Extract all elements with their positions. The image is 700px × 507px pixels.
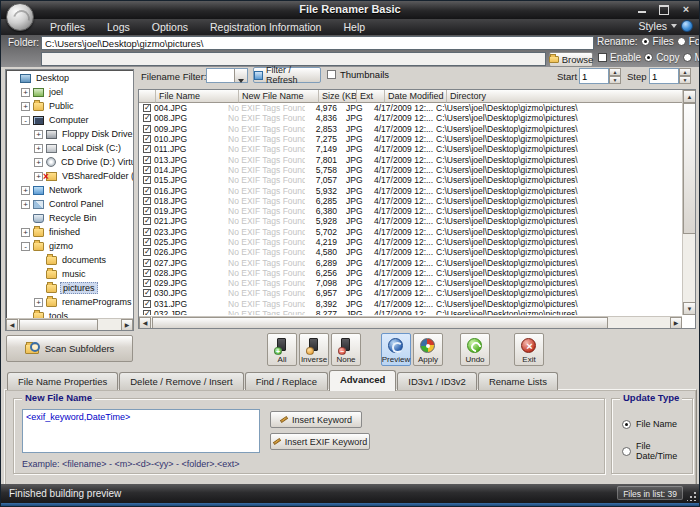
apply-button[interactable]: Apply (413, 333, 443, 366)
rename-folders-radio[interactable] (677, 37, 686, 46)
copyto-input[interactable] (41, 52, 546, 66)
tree-item-label[interactable]: music (60, 269, 88, 279)
table-row[interactable]: 011.JPGNo EXIF Tags Found7,149JPG4/17/20… (139, 144, 682, 154)
row-checkbox[interactable] (143, 197, 151, 205)
tree-hscrollbar[interactable]: ◀ ▶ (6, 318, 133, 330)
tree-item-music[interactable]: +music (6, 267, 133, 281)
tree-item-label[interactable]: Computer (47, 115, 91, 125)
tree-item-label[interactable]: joel (47, 87, 65, 97)
rename-files-radio[interactable] (641, 37, 650, 46)
row-checkbox[interactable] (143, 248, 151, 256)
tree-item-label[interactable]: documents (60, 255, 108, 265)
row-checkbox[interactable] (143, 125, 151, 133)
none-button[interactable]: −None (331, 333, 361, 366)
scroll-down-icon[interactable]: ▼ (683, 302, 696, 315)
table-row[interactable]: 014.JPGNo EXIF Tags Found5,758JPG4/17/20… (139, 165, 682, 175)
tree-item-label[interactable]: VBSharedFolder (\\vboxsvr) (Z (60, 171, 133, 181)
row-checkbox[interactable] (143, 145, 151, 153)
tree-expander-icon[interactable]: + (34, 298, 43, 307)
column-header-new-file-name[interactable]: New File Name (239, 90, 319, 103)
column-header-file-name[interactable]: File Name (156, 90, 239, 103)
undo-button[interactable]: Undo (460, 333, 490, 366)
tree-item-cd-drive-d-virtualbox-guest[interactable]: +CD Drive (D:) VirtualBox Guest (6, 155, 133, 169)
maximize-icon[interactable] (657, 4, 671, 15)
table-row[interactable]: 004.JPGNo EXIF Tags Found4,976JPG4/17/20… (139, 103, 682, 113)
exit-button[interactable]: Exit (514, 333, 544, 366)
copy-radio[interactable] (644, 53, 653, 62)
table-row[interactable]: 021.JPGNo EXIF Tags Found5,928JPG4/17/20… (139, 216, 682, 226)
scan-subfolders-button[interactable]: Scan Subfolders (6, 335, 133, 362)
tree-expander-icon[interactable]: + (34, 144, 43, 153)
tab-find-replace[interactable]: Find / Replace (245, 372, 328, 390)
tree-expander-icon[interactable]: - (21, 242, 30, 251)
tree-item-vbsharedfolder-vboxsvr-z[interactable]: +VBSharedFolder (\\vboxsvr) (Z (6, 169, 133, 183)
scroll-left-icon[interactable]: ◀ (139, 317, 151, 329)
close-icon[interactable] (679, 4, 693, 15)
tree-expander-icon[interactable]: + (34, 130, 43, 139)
insert-exif-keyword-button[interactable]: Insert EXIF Keyword (270, 433, 370, 450)
tree-item-label[interactable]: gizmo (47, 241, 75, 251)
row-checkbox[interactable] (143, 156, 151, 164)
tree-item-label[interactable]: Desktop (34, 73, 71, 83)
menu-item-registration-information[interactable]: Registration Information (199, 21, 332, 33)
row-checkbox[interactable] (143, 259, 151, 267)
thumbnails-checkbox[interactable] (327, 70, 336, 79)
table-row[interactable]: 019.JPGNo EXIF Tags Found6,380JPG4/17/20… (139, 206, 682, 216)
table-row[interactable]: 009.JPGNo EXIF Tags Found2,853JPG4/17/20… (139, 124, 682, 134)
column-header-ext[interactable]: Ext (357, 90, 385, 103)
table-row[interactable]: 013.JPGNo EXIF Tags Found7,801JPG4/17/20… (139, 154, 682, 164)
tab-delete-remove-insert[interactable]: Delete / Remove / Insert (119, 372, 243, 390)
tree-expander-icon[interactable]: + (34, 158, 43, 167)
table-row[interactable]: 008.JPGNo EXIF Tags Found4,836JPG4/17/20… (139, 113, 682, 123)
tree-expander-icon[interactable]: + (34, 172, 43, 181)
folder-input[interactable] (41, 36, 594, 50)
table-row[interactable]: 028.JPGNo EXIF Tags Found6,256JPG4/17/20… (139, 268, 682, 278)
tree-item-renameprograms[interactable]: +renamePrograms (6, 295, 133, 309)
start-stepper[interactable]: ▲▼ (609, 68, 621, 84)
row-checkbox[interactable] (143, 228, 151, 236)
tree-item-label[interactable]: Network (47, 185, 84, 195)
table-vscrollbar[interactable]: ▲ ▼ (682, 90, 695, 315)
tree-item-label[interactable]: pictures (60, 282, 98, 294)
tree-item-label[interactable]: Control Panel (47, 199, 106, 209)
row-checkbox[interactable] (143, 114, 151, 122)
tree-item-desktop[interactable]: +Desktop (6, 71, 133, 85)
row-checkbox[interactable] (143, 238, 151, 246)
minimize-icon[interactable] (635, 4, 649, 15)
tree-item-public[interactable]: +Public (6, 99, 133, 113)
table-row[interactable]: 030.JPGNo EXIF Tags Found6,957JPG4/17/20… (139, 288, 682, 298)
column-header-directory[interactable]: Directory (447, 90, 684, 103)
insert-keyword-button[interactable]: Insert Keyword (270, 411, 362, 428)
table-row[interactable]: 010.JPGNo EXIF Tags Found7,275JPG4/17/20… (139, 134, 682, 144)
tree-item-documents[interactable]: +documents (6, 253, 133, 267)
tree-item-tools[interactable]: +tools (6, 309, 133, 318)
tree-item-label[interactable]: renamePrograms (60, 297, 133, 307)
tree-item-label[interactable]: Local Disk (C:) (60, 143, 123, 153)
start-input[interactable] (579, 68, 609, 84)
table-row[interactable]: 029.JPGNo EXIF Tags Found7,098JPG4/17/20… (139, 278, 682, 288)
menu-item-help[interactable]: Help (332, 21, 376, 33)
tab-rename-lists[interactable]: Rename Lists (478, 372, 558, 390)
tree-item-pictures[interactable]: +pictures (6, 281, 133, 295)
column-header-date-modified[interactable]: Date Modified (385, 90, 447, 103)
tree-hscroll-thumb[interactable] (19, 319, 98, 331)
tree-item-control-panel[interactable]: +Control Panel (6, 197, 133, 211)
scroll-right-icon[interactable]: ▶ (670, 317, 682, 329)
row-checkbox[interactable] (143, 279, 151, 287)
styles-button[interactable]: Styles (638, 20, 693, 32)
table-row[interactable]: 018.JPGNo EXIF Tags Found6,285JPG4/17/20… (139, 196, 682, 206)
tree-item-recycle-bin[interactable]: +Recycle Bin (6, 211, 133, 225)
menu-item-logs[interactable]: Logs (96, 21, 141, 33)
tree-item-label[interactable]: tools (47, 311, 70, 318)
table-hscroll-thumb[interactable] (152, 317, 608, 329)
table-row[interactable]: 032.JPGNo EXIF Tags Found8,277JPG4/17/20… (139, 309, 682, 315)
tree-item-floppy-disk-drive-a[interactable]: +Floppy Disk Drive (A:) (6, 127, 133, 141)
tree-item-label[interactable]: Public (47, 101, 76, 111)
table-row[interactable]: 015.JPGNo EXIF Tags Found7,057JPG4/17/20… (139, 175, 682, 185)
tree-expander-icon[interactable]: + (21, 228, 30, 237)
table-hscrollbar[interactable]: ◀ ▶ (139, 316, 682, 328)
tree-item-local-disk-c[interactable]: +Local Disk (C:) (6, 141, 133, 155)
row-checkbox[interactable] (143, 166, 151, 174)
tree-expander-icon[interactable]: + (21, 102, 30, 111)
step-input[interactable] (649, 68, 679, 84)
